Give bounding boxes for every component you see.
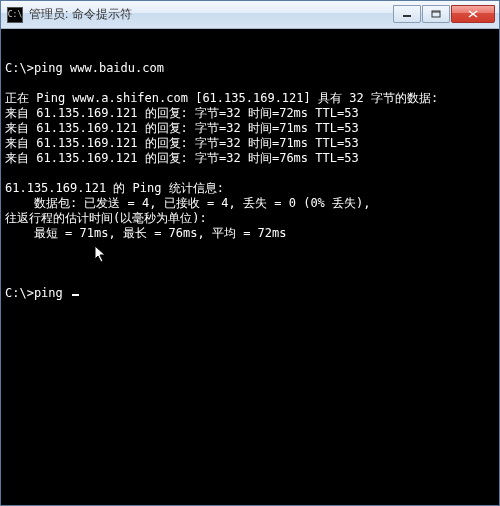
prompt-text: C:\>ping	[5, 286, 70, 301]
command-prompt-window: C:\ 管理员: 命令提示符 C:\>ping www.baidu.com正在 …	[0, 0, 500, 506]
terminal-line	[5, 76, 495, 91]
terminal-line: 最短 = 71ms, 最长 = 76ms, 平均 = 72ms	[5, 226, 495, 241]
terminal-line: 来自 61.135.169.121 的回复: 字节=32 时间=71ms TTL…	[5, 121, 495, 136]
minimize-icon	[402, 10, 412, 18]
titlebar[interactable]: C:\ 管理员: 命令提示符	[1, 1, 499, 29]
maximize-button[interactable]	[422, 5, 450, 23]
close-button[interactable]	[451, 5, 495, 23]
maximize-icon	[431, 10, 441, 18]
terminal-line: 来自 61.135.169.121 的回复: 字节=32 时间=71ms TTL…	[5, 136, 495, 151]
prompt-line[interactable]: C:\>ping	[5, 286, 495, 301]
terminal-line: 来自 61.135.169.121 的回复: 字节=32 时间=76ms TTL…	[5, 151, 495, 166]
terminal-line: 往返行程的估计时间(以毫秒为单位):	[5, 211, 495, 226]
close-icon	[468, 10, 478, 18]
terminal-line: 61.135.169.121 的 Ping 统计信息:	[5, 181, 495, 196]
terminal-line: 正在 Ping www.a.shifen.com [61.135.169.121…	[5, 91, 495, 106]
terminal-line: 来自 61.135.169.121 的回复: 字节=32 时间=72ms TTL…	[5, 106, 495, 121]
terminal-line	[5, 166, 495, 181]
terminal-line	[5, 241, 495, 256]
terminal-line: 数据包: 已发送 = 4, 已接收 = 4, 丢失 = 0 (0% 丢失),	[5, 196, 495, 211]
terminal-output: C:\>ping www.baidu.com正在 Ping www.a.shif…	[5, 61, 495, 256]
terminal-area[interactable]: C:\>ping www.baidu.com正在 Ping www.a.shif…	[1, 29, 499, 505]
cursor	[72, 294, 79, 296]
terminal-line: C:\>ping www.baidu.com	[5, 61, 495, 76]
app-icon: C:\	[7, 7, 23, 23]
window-title: 管理员: 命令提示符	[29, 6, 392, 23]
window-controls	[392, 5, 495, 25]
minimize-button[interactable]	[393, 5, 421, 23]
